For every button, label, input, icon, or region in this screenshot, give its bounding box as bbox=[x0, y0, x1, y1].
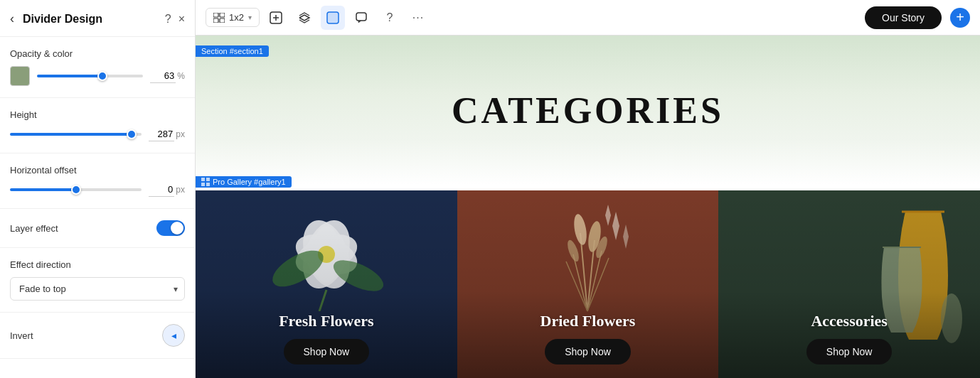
card-content-dried: Dried Flowers Shop Now bbox=[457, 312, 719, 364]
svg-rect-2 bbox=[213, 18, 218, 23]
more-button[interactable]: ··· bbox=[406, 6, 430, 30]
card-content-accessories: Accessories Shop Now bbox=[718, 312, 980, 364]
height-slider[interactable] bbox=[10, 133, 142, 136]
add-button[interactable] bbox=[264, 6, 288, 30]
effect-direction-select[interactable]: Fade to top Fade to bottom Fade to left … bbox=[10, 277, 185, 301]
shop-now-button-fresh[interactable]: Shop Now bbox=[284, 339, 370, 364]
plus-icon: + bbox=[956, 9, 964, 26]
offset-row: 0 px bbox=[10, 183, 185, 197]
svg-rect-0 bbox=[213, 13, 218, 17]
height-label: Height bbox=[10, 109, 185, 120]
toolbar: 1x2 ▾ bbox=[196, 0, 980, 36]
color-swatch[interactable] bbox=[10, 66, 30, 86]
offset-slider-container bbox=[10, 188, 142, 191]
back-button[interactable]: ‹ bbox=[10, 11, 14, 26]
layers-button[interactable] bbox=[292, 6, 316, 30]
invert-row: Invert ◂ bbox=[10, 324, 185, 347]
opacity-value-input[interactable]: 63 bbox=[150, 69, 176, 83]
effect-direction-label: Effect direction bbox=[10, 259, 185, 270]
svg-rect-10 bbox=[201, 178, 205, 181]
panel-header: ‹ Divider Design ? × bbox=[0, 0, 195, 37]
opacity-unit: % bbox=[177, 71, 185, 81]
toggle-knob bbox=[171, 222, 183, 234]
canvas-area: 1x2 ▾ bbox=[196, 0, 980, 378]
help-icon[interactable]: ? bbox=[165, 13, 171, 26]
opacity-slider-container bbox=[37, 75, 143, 77]
height-slider-container bbox=[10, 133, 142, 136]
svg-rect-12 bbox=[201, 183, 205, 186]
invert-icon: ◂ bbox=[171, 330, 176, 341]
canvas-content: Section #section1 CATEGORIES Pro Gallery… bbox=[196, 36, 980, 378]
gallery-card-accessories[interactable]: Accessories Shop Now bbox=[718, 190, 980, 378]
gallery-label[interactable]: Pro Gallery #gallery1 bbox=[196, 176, 292, 188]
svg-rect-7 bbox=[327, 12, 339, 23]
help-button[interactable]: ? bbox=[378, 6, 402, 30]
section-label[interactable]: Section #section1 bbox=[196, 45, 269, 57]
svg-rect-1 bbox=[220, 13, 225, 17]
left-panel: ‹ Divider Design ? × Opacity & color 63 … bbox=[0, 0, 196, 378]
card-title-dried: Dried Flowers bbox=[540, 312, 636, 330]
offset-unit: px bbox=[176, 185, 185, 195]
effect-direction-wrapper: Fade to top Fade to bottom Fade to left … bbox=[10, 277, 185, 301]
layout-chevron-icon: ▾ bbox=[248, 14, 252, 21]
categories-section: CATEGORIES bbox=[196, 36, 980, 185]
svg-rect-13 bbox=[206, 183, 210, 186]
svg-rect-3 bbox=[220, 18, 225, 23]
offset-slider[interactable] bbox=[10, 188, 142, 191]
height-value-group: 287 px bbox=[149, 127, 185, 141]
gallery-icon bbox=[201, 178, 210, 186]
shop-now-button-accessories[interactable]: Shop Now bbox=[806, 339, 893, 364]
story-button[interactable]: Our Story bbox=[865, 6, 942, 29]
offset-label: Horizontal offset bbox=[10, 165, 185, 176]
layout-button[interactable]: 1x2 ▾ bbox=[206, 8, 260, 27]
gallery-card-fresh-flowers[interactable]: Fresh Flowers Shop Now bbox=[196, 190, 457, 378]
help-icon: ? bbox=[387, 11, 393, 24]
offset-value-input[interactable]: 0 bbox=[149, 183, 174, 197]
invert-button[interactable]: ◂ bbox=[162, 324, 185, 347]
layer-effect-toggle[interactable] bbox=[156, 220, 185, 236]
opacity-slider[interactable] bbox=[37, 75, 143, 77]
effect-direction-section: Effect direction Fade to top Fade to bot… bbox=[0, 248, 195, 313]
close-icon[interactable]: × bbox=[179, 13, 185, 26]
offset-section: Horizontal offset 0 px bbox=[0, 153, 195, 209]
opacity-color-row: 63 % bbox=[10, 66, 185, 86]
comment-icon bbox=[355, 11, 368, 24]
gallery-grid: Fresh Flowers Shop Now bbox=[196, 190, 980, 378]
card-title-accessories: Accessories bbox=[811, 312, 888, 330]
invert-label: Invert bbox=[10, 330, 33, 341]
canvas-add-button[interactable]: + bbox=[950, 8, 970, 28]
panel-header-icons: ? × bbox=[165, 13, 185, 26]
height-unit: px bbox=[176, 129, 185, 139]
opacity-color-section: Opacity & color 63 % bbox=[0, 37, 195, 98]
grid-icon bbox=[213, 13, 225, 23]
comment-button[interactable] bbox=[349, 6, 373, 30]
height-row: 287 px bbox=[10, 127, 185, 141]
card-title: Fresh Flowers bbox=[279, 312, 373, 330]
cursor-icon bbox=[326, 11, 339, 24]
layer-effect-row: Layer effect bbox=[10, 220, 185, 236]
height-section: Height 287 px bbox=[0, 98, 195, 153]
layer-effect-label: Layer effect bbox=[10, 223, 58, 234]
select-button[interactable] bbox=[321, 6, 345, 30]
more-icon: ··· bbox=[412, 11, 424, 24]
layers-icon bbox=[298, 11, 311, 24]
add-icon bbox=[270, 11, 282, 24]
height-value-input[interactable]: 287 bbox=[149, 127, 174, 141]
layout-label: 1x2 bbox=[229, 12, 244, 23]
layer-effect-section: Layer effect bbox=[0, 209, 195, 248]
opacity-color-label: Opacity & color bbox=[10, 48, 185, 59]
svg-rect-11 bbox=[206, 178, 210, 181]
invert-section: Invert ◂ bbox=[0, 313, 195, 359]
gallery-card-dried-flowers[interactable]: Dried Flowers Shop Now bbox=[457, 190, 719, 378]
shop-now-button-dried[interactable]: Shop Now bbox=[545, 339, 631, 364]
svg-rect-9 bbox=[356, 13, 366, 21]
offset-value-group: 0 px bbox=[149, 183, 185, 197]
opacity-value-group: 63 % bbox=[150, 69, 185, 83]
categories-title: CATEGORIES bbox=[452, 90, 724, 131]
card-content: Fresh Flowers Shop Now bbox=[196, 312, 457, 364]
gallery-label-text: Pro Gallery #gallery1 bbox=[213, 178, 286, 186]
panel-title: Divider Design bbox=[23, 13, 159, 26]
